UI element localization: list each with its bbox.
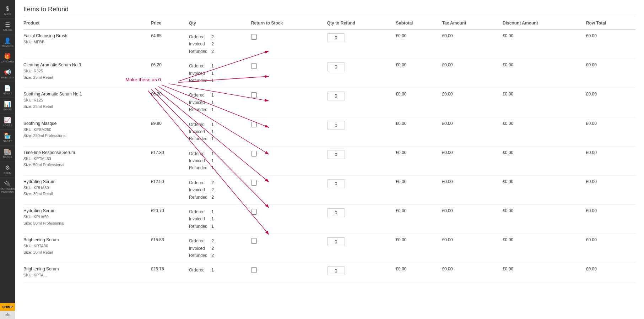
page-title: Items to Refund xyxy=(23,0,635,17)
cell-qty-to-refund[interactable] xyxy=(324,175,393,204)
cell-qty-to-refund[interactable] xyxy=(324,146,393,175)
table-row: Soothing Aromatic Serum No.1SKU: R125Siz… xyxy=(23,88,635,117)
sidebar-item-content[interactable]: 📄 NTENT xyxy=(0,82,15,98)
cell-return-to-stock[interactable] xyxy=(248,146,324,175)
cell-qty: Ordered 1 xyxy=(186,263,248,282)
cell-return-to-stock[interactable] xyxy=(248,205,324,234)
cell-return-to-stock[interactable] xyxy=(248,117,324,146)
col-qty-to-refund: Qty to Refund xyxy=(324,17,393,29)
cell-qty-to-refund[interactable] xyxy=(324,205,393,234)
cell-tax-amount: £0.00 xyxy=(439,29,500,59)
refund-table-wrapper: Make these as 0 xyxy=(23,17,635,282)
return-to-stock-checkbox[interactable] xyxy=(251,63,257,69)
qty-refund-input[interactable] xyxy=(327,121,345,130)
cell-product: Clearing Aromatic Serum No.3SKU: R325Siz… xyxy=(23,59,148,88)
sidebar-label-nasty: NASTY xyxy=(3,140,12,143)
table-row: Time-line Response SerumSKU: KPTML50Size… xyxy=(23,146,635,175)
cell-qty: Ordered 2Invoiced 2Refunded 2 xyxy=(186,175,248,204)
cell-qty-to-refund[interactable] xyxy=(324,29,393,59)
return-to-stock-checkbox[interactable] xyxy=(251,180,257,186)
cell-tax-amount: £0.00 xyxy=(439,234,500,263)
sidebar-label-giftcard: LAYCARD xyxy=(1,60,14,64)
sidebar: $ ALES ☰ TALOG 👤 TOMERS 🎁 LAYCARD 📢 RKET… xyxy=(0,0,15,319)
cell-price: £6.20 xyxy=(148,88,186,117)
qty-refund-input[interactable] xyxy=(327,92,345,100)
cell-product: Hydrating SerumSKU: KRHA30Size: 30ml Ret… xyxy=(23,175,148,204)
sidebar-item-system[interactable]: ⚙ STEM xyxy=(0,161,15,177)
qty-refund-input[interactable] xyxy=(327,208,345,217)
qty-refund-input[interactable] xyxy=(327,150,345,159)
cell-qty: Ordered 1Invoiced 1Refunded 1 xyxy=(186,88,248,117)
sidebar-item-reports[interactable]: 📈 PORTS xyxy=(0,114,15,130)
product-size: Size: 50ml Professional xyxy=(23,162,145,168)
cell-qty: Ordered 2Invoiced 2Refunded 2 xyxy=(186,234,248,263)
catalog-icon: ☰ xyxy=(5,21,10,28)
cell-row-total: £0.00 xyxy=(583,263,635,282)
cell-return-to-stock[interactable] xyxy=(248,175,324,204)
dollar-icon: $ xyxy=(6,6,9,12)
cell-tax-amount: £0.00 xyxy=(439,146,500,175)
qty-refund-input[interactable] xyxy=(327,237,345,246)
stores-icon: 🏬 xyxy=(4,148,11,155)
cell-row-total: £0.00 xyxy=(583,205,635,234)
cell-return-to-stock[interactable] xyxy=(248,263,324,282)
sidebar-label-system: STEM xyxy=(4,172,11,175)
return-to-stock-checkbox[interactable] xyxy=(251,238,257,244)
product-sku: SKU: KPSM250 xyxy=(23,127,145,133)
qty-refund-input[interactable] xyxy=(327,266,345,275)
sidebar-item-customers[interactable]: 👤 TOMERS xyxy=(0,34,15,50)
product-size: Size: 30ml Retail xyxy=(23,249,145,256)
sidebar-item-missup[interactable]: 📊 ISSUP xyxy=(0,98,15,114)
sidebar-item-giftcard[interactable]: 🎁 LAYCARD xyxy=(0,50,15,66)
cell-row-total: £0.00 xyxy=(583,146,635,175)
product-sku: SKU: KPTA... xyxy=(23,272,145,279)
cell-discount-amount: £0.00 xyxy=(500,205,583,234)
product-name: Hydrating Serum xyxy=(23,208,145,213)
cell-return-to-stock[interactable] xyxy=(248,29,324,59)
cell-return-to-stock[interactable] xyxy=(248,59,324,88)
sidebar-item-catalog[interactable]: ☰ TALOG xyxy=(0,18,15,34)
product-sku: SKU: KRTA30 xyxy=(23,243,145,249)
cell-discount-amount: £0.00 xyxy=(500,88,583,117)
cell-tax-amount: £0.00 xyxy=(439,117,500,146)
sidebar-label-marketing: RKETING xyxy=(1,76,14,79)
sidebar-item-partners[interactable]: 🔌 PARTNERS ENSIONS xyxy=(0,177,15,197)
product-size: Size: 30ml Retail xyxy=(23,191,145,197)
qty-refund-input[interactable] xyxy=(327,179,345,188)
cell-qty-to-refund[interactable] xyxy=(324,263,393,282)
cell-qty-to-refund[interactable] xyxy=(324,117,393,146)
cell-product: Brightening SerumSKU: KRTA30Size: 30ml R… xyxy=(23,234,148,263)
partners-icon: 🔌 xyxy=(4,180,11,187)
return-to-stock-checkbox[interactable] xyxy=(251,34,257,40)
qty-refund-input[interactable] xyxy=(327,62,345,71)
return-to-stock-checkbox[interactable] xyxy=(251,151,257,156)
cell-product: Soothing Aromatic Serum No.1SKU: R125Siz… xyxy=(23,88,148,117)
cell-tax-amount: £0.00 xyxy=(439,88,500,117)
return-to-stock-checkbox[interactable] xyxy=(251,267,257,273)
return-to-stock-checkbox[interactable] xyxy=(251,209,257,215)
sidebar-label-reports: PORTS xyxy=(2,124,12,127)
product-size: Size: 50ml Professional xyxy=(23,220,145,227)
cell-discount-amount: £0.00 xyxy=(500,59,583,88)
cell-return-to-stock[interactable] xyxy=(248,88,324,117)
sidebar-item-stores[interactable]: 🏬 TORES xyxy=(0,145,15,161)
return-to-stock-checkbox[interactable] xyxy=(251,122,257,127)
cell-discount-amount: £0.00 xyxy=(500,234,583,263)
product-name: Hydrating Serum xyxy=(23,179,145,184)
cell-qty-to-refund[interactable] xyxy=(324,234,393,263)
table-row: Clearing Aromatic Serum No.3SKU: R325Siz… xyxy=(23,59,635,88)
sidebar-item-sales[interactable]: $ ALES xyxy=(0,3,15,18)
sidebar-label-missup: ISSUP xyxy=(3,108,12,111)
return-to-stock-checkbox[interactable] xyxy=(251,92,257,98)
cell-return-to-stock[interactable] xyxy=(248,234,324,263)
sidebar-item-nasty[interactable]: 🏪 NASTY xyxy=(0,130,15,145)
cell-qty-to-refund[interactable] xyxy=(324,59,393,88)
col-return-to-stock: Return to Stock xyxy=(248,17,324,29)
cell-qty-to-refund[interactable] xyxy=(324,88,393,117)
cell-row-total: £0.00 xyxy=(583,29,635,59)
sidebar-item-marketing[interactable]: 📢 RKETING xyxy=(0,66,15,82)
system-icon: ⚙ xyxy=(5,164,10,171)
qty-refund-input[interactable] xyxy=(327,33,345,42)
cell-row-total: £0.00 xyxy=(583,175,635,204)
sidebar-label-partners: PARTNERS ENSIONS xyxy=(0,188,15,194)
